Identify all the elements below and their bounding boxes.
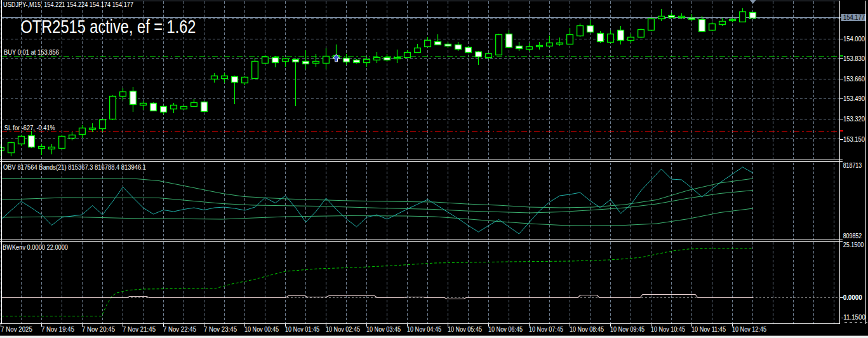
svg-text:154.177: 154.177 [843,14,865,21]
svg-text:0.0000: 0.0000 [843,294,862,301]
svg-text:BWKenv 0.0000 22.0000: BWKenv 0.0000 22.0000 [3,244,68,251]
svg-text:7 Nov 21:45: 7 Nov 21:45 [123,326,156,333]
svg-text:SL for -627, -0.41%: SL for -627, -0.41% [4,124,55,132]
svg-text:OBV 817564 Bands(21) 815367.3: OBV 817564 Bands(21) 815367.3 816788.4 8… [3,164,146,171]
svg-text:7 Nov 22:45: 7 Nov 22:45 [163,326,196,333]
svg-text:10 Nov 10:45: 10 Nov 10:45 [651,326,685,333]
svg-text:809852: 809852 [843,233,862,240]
svg-text:10 Nov 00:45: 10 Nov 00:45 [244,326,279,333]
svg-text:OTR2515 active, ef = 1.62: OTR2515 active, ef = 1.62 [21,17,196,37]
svg-text:10 Nov 08:45: 10 Nov 08:45 [570,326,604,333]
svg-text:153.150: 153.150 [843,136,865,143]
svg-text:7 Nov 19:45: 7 Nov 19:45 [41,326,74,333]
svg-text:154.000: 154.000 [843,36,865,43]
svg-text:153.320: 153.320 [843,116,865,123]
svg-text:10 Nov 06:45: 10 Nov 06:45 [488,326,523,333]
svg-text:153.830: 153.830 [843,55,865,62]
svg-text:-11.1500: -11.1500 [841,314,865,321]
svg-text:7 Nov 23:45: 7 Nov 23:45 [204,326,237,333]
svg-text:153.660: 153.660 [843,76,865,83]
svg-text:BUY 0.01 at 153.856: BUY 0.01 at 153.856 [4,48,59,56]
svg-text:10 Nov 11:45: 10 Nov 11:45 [691,326,726,333]
svg-text:10 Nov 12:45: 10 Nov 12:45 [732,326,766,333]
svg-text:10 Nov 02:45: 10 Nov 02:45 [326,326,360,333]
svg-text:10 Nov 09:45: 10 Nov 09:45 [610,326,644,333]
svg-text:25.1500: 25.1500 [843,241,864,248]
svg-text:10 Nov 07:45: 10 Nov 07:45 [529,326,563,333]
svg-text:10 Nov 01:45: 10 Nov 01:45 [285,326,319,333]
svg-text:7 Nov 20:45: 7 Nov 20:45 [82,326,115,333]
svg-text:USDJPY-,M15 154.221 154.224 1: USDJPY-,M15 154.221 154.224 154.174 154.… [3,1,133,8]
svg-text:10 Nov 05:45: 10 Nov 05:45 [448,326,482,333]
svg-text:818713: 818713 [843,162,862,169]
svg-text:153.490: 153.490 [843,95,865,102]
svg-text:10 Nov 03:45: 10 Nov 03:45 [366,326,401,333]
svg-text:10 Nov 04:45: 10 Nov 04:45 [407,326,441,333]
svg-text:7 Nov 2025: 7 Nov 2025 [1,326,32,333]
